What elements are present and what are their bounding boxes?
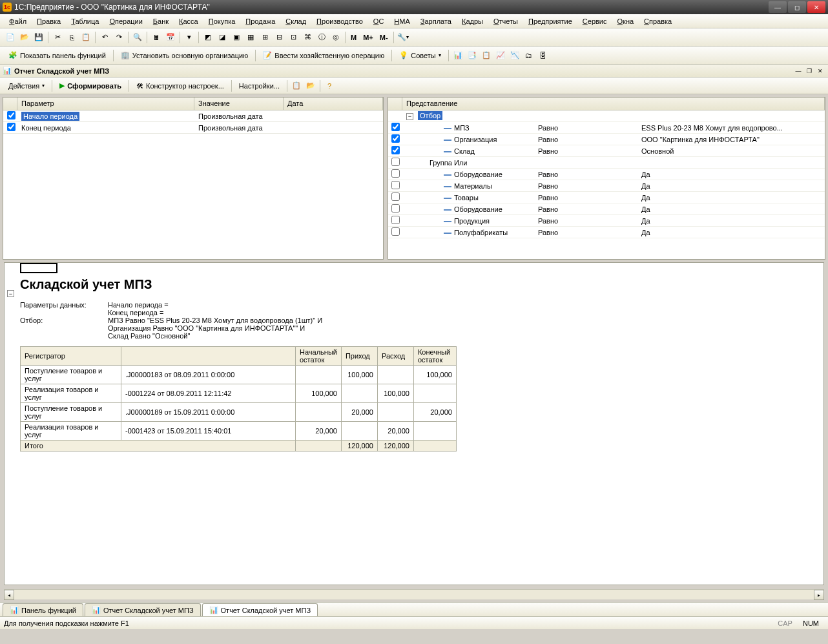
selection-box[interactable]: [20, 263, 57, 273]
menu-item-10[interactable]: ОС: [368, 16, 389, 26]
calendar-icon[interactable]: 📅: [164, 31, 177, 44]
table-row[interactable]: Реализация товаров и услуг-0001423 от 15…: [21, 422, 457, 441]
new-icon[interactable]: 📄: [4, 31, 17, 44]
paste-icon[interactable]: 📋: [79, 31, 92, 44]
undo-icon[interactable]: ↶: [98, 31, 111, 44]
param-check-0[interactable]: [7, 111, 16, 119]
filter-row-6[interactable]: ТоварыРавноДа: [388, 192, 825, 203]
menu-item-12[interactable]: Зарплата: [415, 16, 457, 26]
filter-row-2[interactable]: СкладРавноОсновной: [388, 145, 825, 157]
tips-button[interactable]: 💡 Советы ▾: [395, 49, 445, 61]
help-icon[interactable]: ⓘ: [315, 31, 328, 44]
save-icon[interactable]: 💾: [32, 31, 45, 44]
table-row[interactable]: Реализация товаров и услуг-0001224 от 08…: [21, 384, 457, 403]
tool-icon-8[interactable]: ⌘: [301, 31, 314, 44]
param-check-1[interactable]: [7, 123, 16, 131]
set-org-button[interactable]: 🏢 Установить основную организацию: [116, 49, 253, 61]
quick-icon-4[interactable]: 📈: [494, 49, 507, 62]
menu-item-11[interactable]: НМА: [389, 16, 415, 26]
find-icon[interactable]: 🔍: [131, 31, 144, 44]
tool-btn-2[interactable]: 📂: [304, 79, 317, 92]
quick-icon-7[interactable]: 🗄: [537, 49, 550, 62]
help-button[interactable]: ?: [323, 79, 336, 92]
menu-item-16[interactable]: Сервис: [577, 16, 612, 26]
filter-check-9[interactable]: [391, 227, 400, 236]
tool-icon-1[interactable]: ◩: [202, 31, 214, 44]
filter-check-4[interactable]: [391, 169, 400, 178]
collapse-toggle[interactable]: −: [7, 290, 14, 297]
m-plus-button[interactable]: M+: [360, 31, 376, 44]
filter-row-4[interactable]: ОборудованиеРавноДа: [388, 169, 825, 180]
scroll-right-button[interactable]: ▸: [814, 590, 824, 600]
filter-row-3[interactable]: Группа Или: [388, 157, 825, 169]
menu-item-9[interactable]: Производство: [311, 16, 368, 26]
menu-item-6[interactable]: Покупка: [203, 16, 241, 26]
actions-dropdown[interactable]: Действия ▾: [4, 80, 49, 92]
enter-op-button[interactable]: 📝 Ввести хозяйственную операцию: [258, 49, 389, 61]
tool-icon-9[interactable]: ◎: [329, 31, 342, 44]
filter-row-0[interactable]: МПЗРавноESS Plus 20-23 M8 Хомут для водо…: [388, 122, 825, 134]
table-row[interactable]: Поступление товаров и услуг.J00000189 от…: [21, 403, 457, 422]
tool-btn-1[interactable]: 📋: [290, 79, 303, 92]
filter-check-0[interactable]: [391, 123, 400, 131]
menu-item-1[interactable]: Правка: [32, 16, 66, 26]
quick-icon-3[interactable]: 📋: [480, 49, 493, 62]
tool-icon-5[interactable]: ⊞: [258, 31, 271, 44]
param-row-1[interactable]: Конец периодаПроизвольная дата: [3, 122, 383, 134]
menu-item-4[interactable]: Банк: [148, 16, 174, 26]
menu-item-15[interactable]: Предприятие: [523, 16, 577, 26]
tool-icon-4[interactable]: ▦: [244, 31, 257, 44]
maximize-button[interactable]: ◻: [788, 1, 806, 13]
tool-icon-6[interactable]: ⊟: [273, 31, 285, 44]
menu-item-3[interactable]: Операции: [104, 16, 147, 26]
doc-close-button[interactable]: ✕: [815, 67, 825, 76]
horizontal-scrollbar[interactable]: ◂ ▸: [4, 589, 824, 599]
generate-button[interactable]: ▶ Сформировать: [55, 79, 126, 92]
cut-icon[interactable]: ✂: [51, 31, 64, 44]
col-param[interactable]: Параметр: [17, 98, 194, 110]
menu-item-18[interactable]: Справка: [639, 16, 677, 26]
copy-icon[interactable]: ⎘: [65, 31, 78, 44]
doc-restore-button[interactable]: ❐: [804, 67, 814, 76]
close-button[interactable]: ✕: [807, 1, 825, 13]
filter-check-6[interactable]: [391, 192, 400, 201]
wrench-icon[interactable]: 🔧▾: [397, 31, 409, 44]
tool-icon-3[interactable]: ▣: [230, 31, 243, 44]
constructor-button[interactable]: 🛠 Конструктор настроек...: [132, 80, 229, 92]
window-tab-2[interactable]: 📊Отчет Складской учет МПЗ: [202, 603, 318, 616]
tool-icon-2[interactable]: ◪: [216, 31, 229, 44]
filter-row-1[interactable]: ОрганизацияРавноООО "Картинка для ИНФОСТ…: [388, 134, 825, 145]
menu-item-13[interactable]: Кадры: [457, 16, 488, 26]
filter-row-5[interactable]: МатериалыРавноДа: [388, 180, 825, 192]
m-button[interactable]: M: [348, 31, 359, 44]
filter-row-7[interactable]: ОборудованиеРавноДа: [388, 203, 825, 215]
table-row[interactable]: Поступление товаров и услуг.J00000183 от…: [21, 366, 457, 384]
window-tab-0[interactable]: 📊Панель функций: [3, 603, 83, 616]
show-panel-button[interactable]: 🧩 Показать панель функций: [4, 49, 110, 61]
menu-item-7[interactable]: Продажа: [240, 16, 280, 26]
scroll-left-button[interactable]: ◂: [4, 590, 14, 600]
filter-check-7[interactable]: [391, 204, 400, 213]
param-row-0[interactable]: Начало периодаПроизвольная дата: [3, 110, 383, 122]
filter-check-2[interactable]: [391, 146, 400, 154]
menu-item-5[interactable]: Касса: [174, 16, 203, 26]
window-tab-1[interactable]: 📊Отчет Складской учет МПЗ: [85, 603, 201, 616]
settings-button[interactable]: Настройки...: [234, 80, 284, 92]
quick-icon-1[interactable]: 📊: [451, 49, 464, 62]
calc-icon[interactable]: 🖩: [150, 31, 163, 44]
filter-check-3[interactable]: [391, 158, 400, 166]
filter-row-9[interactable]: ПолуфабрикатыРавноДа: [388, 227, 825, 238]
col-date[interactable]: Дата: [284, 98, 383, 110]
menu-item-14[interactable]: Отчеты: [488, 16, 523, 26]
filter-root-row[interactable]: − Отбор: [388, 110, 825, 122]
collapse-icon[interactable]: −: [406, 113, 413, 120]
minimize-button[interactable]: —: [769, 1, 787, 13]
redo-icon[interactable]: ↷: [112, 31, 125, 44]
quick-icon-5[interactable]: 📉: [508, 49, 521, 62]
menu-item-2[interactable]: Таблица: [66, 16, 104, 26]
open-icon[interactable]: 📂: [18, 31, 31, 44]
filter-check-8[interactable]: [391, 216, 400, 224]
m-minus-button[interactable]: M-: [377, 31, 391, 44]
menu-item-8[interactable]: Склад: [280, 16, 311, 26]
filter-check-5[interactable]: [391, 181, 400, 189]
